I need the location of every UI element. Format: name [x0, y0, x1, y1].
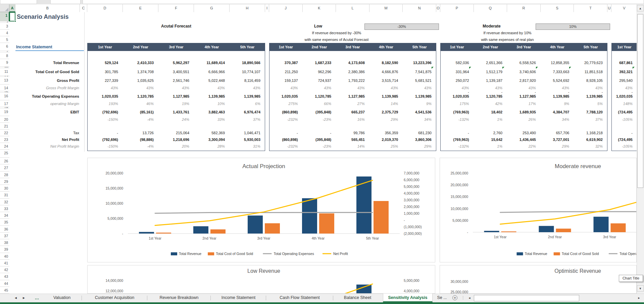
- cell-actual-ebit-5[interactable]: 6,976,474: [230, 108, 260, 116]
- cell-moderate-npm-1[interactable]: -132%: [440, 143, 469, 150]
- cell-low-cogs-2[interactable]: 962,296: [303, 68, 332, 76]
- cell-actual-cogs-4[interactable]: 6,666,966: [194, 68, 225, 76]
- cell-optimistic-opm-1[interactable]: 148%: [611, 100, 633, 107]
- cell-low-gross-profit-5[interactable]: 5,681,521: [403, 77, 432, 85]
- row-header-44[interactable]: 44: [0, 280, 9, 287]
- cell-moderate-npm-3[interactable]: 22%: [507, 143, 536, 150]
- row-header-41[interactable]: 41: [0, 260, 9, 266]
- cell-moderate-ebit-margin-2[interactable]: 1%: [474, 116, 503, 123]
- year-header-actual-2[interactable]: 2nd Year: [123, 43, 158, 51]
- scroll-up-button[interactable]: ▲: [637, 5, 644, 11]
- cell-low-cogs-4[interactable]: 4,666,876: [369, 68, 398, 76]
- cell-actual-revenue-1[interactable]: 529,124: [87, 59, 118, 67]
- row-header-14[interactable]: 14: [0, 85, 9, 91]
- cell-low-npm-4[interactable]: 25%: [369, 143, 398, 150]
- cell-low-opm-1[interactable]: 275%: [269, 100, 298, 107]
- cell-moderate-opm-2[interactable]: 42%: [474, 100, 503, 107]
- row-header-8[interactable]: 8: [0, 52, 9, 59]
- cell-low-tax-3[interactable]: 99,786: [336, 130, 365, 136]
- year-header-low-2[interactable]: 2nd Year: [303, 43, 336, 51]
- cell-actual-gross-profit-5[interactable]: 8,116,459: [230, 77, 260, 85]
- name-box[interactable]: [0, 0, 37, 4]
- cell-low-npm-5[interactable]: 29%: [403, 143, 432, 150]
- chart-title-tooltip[interactable]: Chart Title: [619, 275, 643, 282]
- row-header-26[interactable]: 26: [0, 158, 9, 164]
- row-header-30[interactable]: 30: [0, 185, 9, 192]
- cell-low-gpm-4[interactable]: 43%: [369, 85, 398, 91]
- cell-low-net-profit-5[interactable]: 3,860,306: [403, 136, 432, 143]
- column-header-D[interactable]: D: [87, 4, 123, 12]
- cell-moderate-revenue-2[interactable]: 2,651,366: [474, 59, 503, 67]
- cell-actual-gpm-4[interactable]: 43%: [194, 85, 225, 91]
- year-header-moderate-3[interactable]: 3rd Year: [507, 43, 541, 51]
- column-header-I[interactable]: I: [265, 4, 269, 12]
- cell-actual-opex-5[interactable]: 1,139,985: [230, 93, 260, 100]
- cell-actual-opm-5[interactable]: 6%: [230, 100, 260, 107]
- cell-low-revenue-5[interactable]: 13,223,396: [403, 59, 432, 67]
- scenario-title-moderate[interactable]: Moderate: [455, 23, 529, 30]
- cell-low-tax-5[interactable]: 681,230: [403, 130, 432, 136]
- cell-moderate-gpm-4[interactable]: 43%: [541, 85, 569, 91]
- year-header-moderate-5[interactable]: 5th Year: [574, 43, 607, 51]
- vscroll-thumb[interactable]: [637, 14, 643, 188]
- cell-low-revenue-3[interactable]: 4,173,608: [336, 59, 365, 67]
- hscroll-right[interactable]: ▸: [636, 294, 642, 302]
- cell-actual-opm-1[interactable]: 193%: [87, 100, 118, 107]
- cell-actual-tax-1[interactable]: -: [87, 130, 118, 136]
- cell-low-opex-1[interactable]: 1,020,035: [269, 93, 298, 100]
- sheet-tab-income-statement[interactable]: Income Statement: [212, 294, 265, 302]
- cell-a1-selection[interactable]: [9, 12, 15, 21]
- add-sheet-button[interactable]: +: [452, 295, 457, 300]
- cell-low-cogs-3[interactable]: 2,380,386: [336, 68, 365, 76]
- column-header-R[interactable]: R: [507, 4, 541, 12]
- cell-actual-ebit-margin-1[interactable]: -150%: [87, 116, 118, 123]
- cell-moderate-gross-profit-5[interactable]: 8,928,105: [574, 77, 603, 85]
- row-header-35[interactable]: 35: [0, 219, 9, 225]
- column-header-H[interactable]: H: [230, 4, 265, 12]
- row-header-19[interactable]: 19: [0, 108, 9, 116]
- row-label-net-profit[interactable]: Net Profit: [15, 136, 79, 143]
- cell-low-revenue-4[interactable]: 8,182,590: [369, 59, 398, 67]
- chart-optimistic-revenue[interactable]: Optimistic Revenue30,000,00025,000,000: [440, 265, 637, 294]
- scenario-title-low[interactable]: Low: [281, 23, 355, 30]
- cell-moderate-opm-4[interactable]: 9%: [541, 100, 569, 107]
- cell-low-gpm-2[interactable]: 43%: [303, 85, 332, 91]
- cell-moderate-opex-5[interactable]: 1,139,985: [574, 93, 603, 100]
- cell-moderate-net-profit-1[interactable]: (769,963): [440, 136, 469, 143]
- row-label-opex[interactable]: Total Operating Expenses: [15, 93, 79, 100]
- column-header-J[interactable]: J: [269, 4, 303, 12]
- column-header-F[interactable]: F: [158, 4, 194, 12]
- column-header-O[interactable]: O: [436, 4, 440, 12]
- cell-low-ebit-2[interactable]: (395,848): [303, 108, 332, 116]
- cell-actual-cogs-2[interactable]: 1,374,708: [123, 68, 154, 76]
- cell-actual-npm-5[interactable]: 31%: [230, 143, 260, 150]
- cell-actual-ebit-margin-5[interactable]: 37%: [230, 116, 260, 123]
- cell-actual-gross-profit-2[interactable]: 1,035,625: [123, 77, 154, 85]
- cell-moderate-ebit-margin-5[interactable]: 37%: [574, 116, 603, 123]
- cell-moderate-gross-profit-3[interactable]: 2,817,920: [507, 77, 536, 85]
- row-header-24[interactable]: 24: [0, 143, 9, 150]
- cell-low-ebit-margin-4[interactable]: 29%: [369, 116, 398, 123]
- cell-actual-net-profit-2[interactable]: (98,886): [123, 136, 154, 143]
- selection-fill-handle[interactable]: [14, 20, 16, 22]
- cell-moderate-npm-4[interactable]: 29%: [541, 143, 569, 150]
- cell-moderate-net-profit-4[interactable]: 3,727,001: [541, 136, 569, 143]
- column-header-T[interactable]: T: [574, 4, 607, 12]
- cell-actual-ebit-margin-2[interactable]: -4%: [123, 116, 154, 123]
- cell-low-net-profit-1[interactable]: (860,898): [269, 136, 298, 143]
- cell-low-opm-5[interactable]: 9%: [403, 100, 432, 107]
- cell-low-opm-3[interactable]: 27%: [336, 100, 365, 107]
- cell-actual-npm-1[interactable]: -150%: [87, 143, 118, 150]
- chart-moderate-revenue[interactable]: Moderate revenue25,000,00020,000,00015,0…: [440, 158, 637, 262]
- cell-moderate-tax-2[interactable]: 2,760: [474, 130, 503, 136]
- cell-actual-cogs-5[interactable]: 10,774,107: [230, 68, 260, 76]
- row-header-40[interactable]: 40: [0, 253, 9, 260]
- cell-actual-revenue-3[interactable]: 5,962,297: [158, 59, 189, 67]
- cell-moderate-cogs-4[interactable]: 7,333,663: [541, 68, 569, 76]
- row-label-opm[interactable]: operating Margin: [15, 100, 79, 107]
- column-header-Q[interactable]: Q: [474, 4, 507, 12]
- row-header-1[interactable]: 1: [0, 12, 9, 21]
- column-header-U[interactable]: U: [607, 4, 611, 12]
- row-header-9[interactable]: 9: [0, 59, 9, 67]
- row-label-ebit[interactable]: EBIT: [15, 108, 79, 116]
